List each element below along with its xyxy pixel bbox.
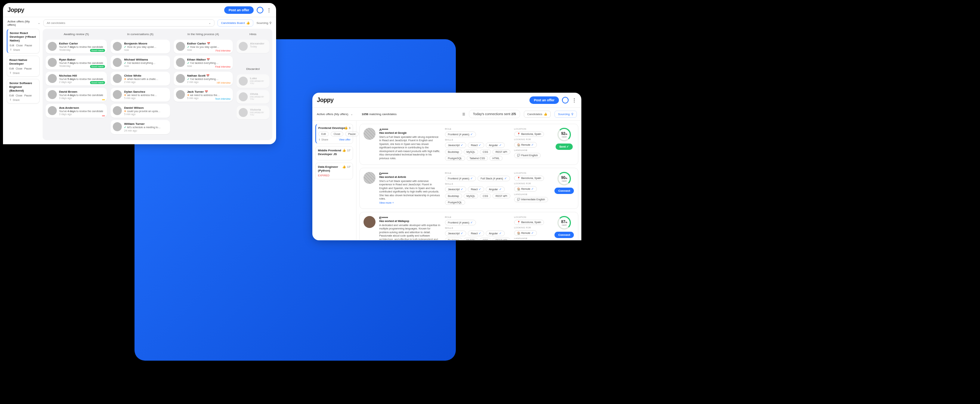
candidate-action-button[interactable]: Connect	[554, 188, 574, 194]
offer-action-close[interactable]: Close	[16, 94, 22, 97]
candidate-name: Ava Anderson	[59, 106, 105, 110]
candidates-list: A***** Has worked at Google She's a Full…	[356, 121, 581, 240]
candidate-card[interactable]: Chloe White ✳when faced with a challe… 2…	[111, 72, 170, 86]
filters-icon[interactable]: ≣	[462, 112, 465, 116]
overflow-menu-icon[interactable]: ⋮	[572, 97, 577, 103]
sourcing-chip[interactable]: Sourcing ⚲	[554, 111, 577, 118]
view-more-link[interactable]: View more +	[379, 202, 441, 204]
card-meta: Today	[250, 45, 267, 48]
pill: 💬 Intermediate English	[514, 197, 548, 202]
candidate-card[interactable]: Nathan Scott 📅 ✓I've tackled everything……	[174, 72, 233, 86]
thumbs-up-icon: 👍	[544, 113, 547, 116]
card-meta: 24 min ago	[124, 129, 167, 132]
candidate-card[interactable]: Esther Carter 📅 ✓How do you stay updat… …	[174, 40, 233, 53]
offer-action-edit[interactable]: Edit	[10, 44, 14, 47]
candidate-search-select[interactable]: All candidates ⌄	[43, 19, 215, 27]
profile-avatar[interactable]	[257, 7, 263, 13]
candidate-card[interactable]: Jack Turner 📅 ✳we need to address the… 5…	[174, 88, 233, 102]
candidate-name: Victoria	[250, 108, 267, 111]
post-offer-button[interactable]: Post an offer	[224, 6, 254, 14]
candidate-name: Daniel Wilson	[124, 106, 167, 110]
offer-share[interactable]: ⇪Share	[10, 98, 37, 101]
search-placeholder: All candidates	[47, 21, 65, 25]
offer-action-close[interactable]: Close	[331, 132, 344, 137]
offer-action-close[interactable]: Close	[16, 44, 23, 47]
candidate-card[interactable]: William Turner ✓let's schedule a meeting…	[111, 120, 170, 134]
match-label: match	[562, 136, 567, 138]
offer-view[interactable]: View offer	[339, 138, 350, 141]
candidate-card[interactable]: Michael Williams ✓I've tackled everythin…	[111, 56, 170, 70]
candidate-card[interactable]: Benjamin Moore ✓How do you stay updat… n…	[111, 40, 170, 53]
match-label: match	[562, 224, 567, 226]
offer-action-close[interactable]: Close	[16, 67, 22, 70]
sourcing-offer-card[interactable]: Middle Frontend Developer JS 👍17	[315, 146, 353, 160]
candidate-card[interactable]: David Brown You've 4 days to review the …	[46, 88, 107, 102]
candidate-action-button[interactable]: Connect	[554, 232, 574, 238]
offer-card[interactable]: Senior Software Engineer (Backend) EditC…	[7, 79, 40, 103]
offer-action-edit[interactable]: Edit	[10, 67, 14, 70]
offer-action-edit[interactable]: Edit	[10, 94, 14, 97]
candidate-name: Jack Turner 📅	[187, 90, 231, 94]
chip-label: Sourcing	[558, 113, 570, 116]
offer-share[interactable]: ⇪Share	[10, 72, 37, 75]
active-offers-selector[interactable]: Active offers (My offers) ⌄	[317, 113, 358, 116]
candidate-name: Luke	[250, 76, 267, 80]
offer-title: React Native Developer	[10, 58, 37, 66]
candidate-name: Nathan Scott 📅	[187, 74, 231, 77]
candidate-card[interactable]: Dylan Sanchez ✳we need to address the… 5…	[111, 88, 170, 102]
card-meta: DISCARDED BY YOU	[250, 96, 267, 100]
candidate-action-button[interactable]: Sent ✓	[555, 143, 573, 150]
sourcing-link[interactable]: Sourcing ⚲	[256, 21, 272, 25]
avatar	[113, 106, 122, 115]
sourcing-icon: ⚲	[571, 113, 573, 116]
pill: 💬 Fluent English	[514, 153, 541, 158]
calendar-icon: 📅	[205, 91, 208, 93]
candidate-card[interactable]: Daniel Wilson ✳could you provide an upda…	[111, 104, 170, 118]
sourcing-offer-card[interactable]: Frontend Developer 👍3EditClosePause ⇪ Sh…	[315, 124, 353, 144]
candidate-card[interactable]: Nicholas Hill You've 5 days to review th…	[46, 72, 107, 86]
offers-sidebar: Senior React Developer (+React Native) E…	[7, 29, 40, 140]
offer-action-pause[interactable]: Pause	[25, 44, 32, 47]
link-label: Sourcing	[256, 21, 268, 25]
candidate-card[interactable]: OliviaDISCARDED BY YOU	[237, 90, 269, 103]
candidate-card[interactable]: LukeDISCARDED BY YOU	[237, 75, 269, 88]
offer-count: 👍17	[342, 149, 350, 152]
pill: Bootstrap	[445, 238, 462, 240]
share-icon: ⇪	[10, 98, 11, 101]
offer-action-pause[interactable]: Pause	[345, 132, 359, 137]
thumbs-up-icon: 👍	[246, 21, 250, 25]
offer-action-pause[interactable]: Pause	[24, 94, 32, 97]
pill: CSS	[480, 238, 491, 240]
candidate-card[interactable]: Ava Anderson You've 4 days to review the…	[46, 104, 107, 118]
candidates-board-chip[interactable]: Candidates Board 👍	[218, 19, 253, 27]
offer-action-edit[interactable]: Edit	[318, 132, 329, 137]
avatar	[176, 90, 185, 99]
match-tag: Good match	[90, 49, 105, 52]
active-offers-selector[interactable]: Active offers (My offers) ⌄	[8, 20, 40, 27]
card-subtitle: You've 7 days to review the candidate	[59, 45, 105, 49]
offer-share[interactable]: ⇪ Share	[318, 138, 328, 141]
offer-card[interactable]: React Native Developer EditClosePause ⇪S…	[7, 56, 40, 76]
candidate-card[interactable]: AlexanderToday	[237, 40, 269, 53]
candidate-card[interactable]: Ethan Walker 📅 ✓I've tackled everything……	[174, 56, 233, 70]
candidate-name: D*****	[379, 172, 441, 176]
candidate-card[interactable]: VictoriaDISCARDED BY YOU	[237, 106, 269, 119]
matching-count-number: 1058	[362, 113, 368, 116]
card-subtitle: You've 7 days to review the candidate	[59, 61, 105, 65]
column-header: Hires	[237, 32, 269, 37]
offer-share[interactable]: ⇪Share	[10, 48, 37, 51]
overflow-menu-icon[interactable]: ⋮	[266, 8, 272, 13]
candidate-card[interactable]: Ryan Baker You've 7 days to review the c…	[46, 56, 107, 70]
profile-avatar[interactable]	[562, 97, 569, 103]
candidates-chip[interactable]: Candidates 👍	[524, 111, 551, 118]
sourcing-offer-card[interactable]: Data Engineer (Python) 👍17EXPIRED	[315, 162, 353, 180]
candidate-name: Chloe White	[124, 74, 167, 77]
post-offer-button[interactable]: Post an offer	[530, 96, 559, 104]
offer-action-pause[interactable]: Pause	[24, 67, 32, 70]
candidate-card[interactable]: Esther Carter You've 7 days to review th…	[46, 40, 107, 53]
card-meta: 3 days ago	[59, 97, 105, 99]
kanban-columns: Awaiting review (5)Esther Carter You've …	[43, 29, 272, 140]
offer-card[interactable]: Senior React Developer (+React Native) E…	[7, 29, 40, 53]
card-subtitle: ✓How do you stay updat…	[187, 45, 231, 49]
pill: React✓	[468, 142, 484, 148]
